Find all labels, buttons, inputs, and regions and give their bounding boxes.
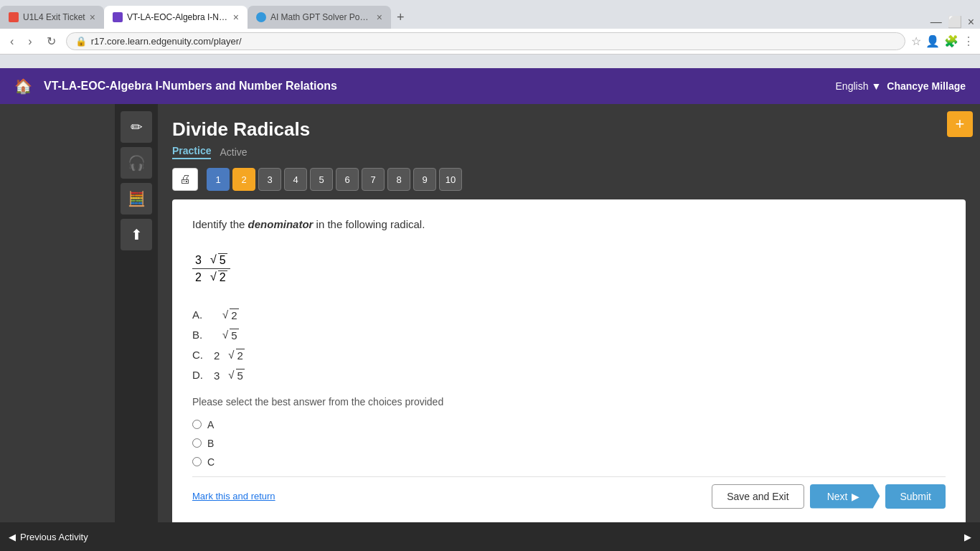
app-title: VT-LA-EOC-Algebra I-Numbers and Number R… <box>44 80 836 93</box>
sqrt-2-den: 2 <box>202 270 227 284</box>
question-6-button[interactable]: 6 <box>336 168 359 191</box>
minimize-button[interactable]: — <box>930 16 942 29</box>
browser-chrome: U1L4 Exit Ticket × VT-LA-EOC-Algebra I-N… <box>0 0 980 68</box>
page-header: Divide Radicals Practice Active <box>172 118 966 159</box>
next-button[interactable]: Next ▶ <box>810 484 880 509</box>
language-label: English <box>836 80 869 92</box>
prev-activity-label: Previous Activity <box>20 532 88 542</box>
radio-b[interactable] <box>192 438 202 448</box>
home-icon[interactable]: 🏠 <box>14 77 32 95</box>
radio-a[interactable] <box>192 420 202 429</box>
save-exit-button[interactable]: Save and Exit <box>712 484 804 509</box>
new-tab-button[interactable]: + <box>391 10 410 25</box>
tab-title: U1L4 Exit Ticket <box>23 12 85 22</box>
answer-option-c[interactable]: C <box>192 456 946 468</box>
audio-tool-button[interactable]: 🎧 <box>121 147 152 179</box>
choice-d-label: D. <box>192 369 214 381</box>
question-4-button[interactable]: 4 <box>284 168 307 191</box>
forward-button[interactable]: › <box>24 32 36 51</box>
select-instruction: Please select the best answer from the c… <box>192 396 946 408</box>
menu-icon[interactable]: ⋮ <box>963 34 974 48</box>
plus-button[interactable]: + <box>947 111 973 137</box>
sqrt-5-num: 5 <box>202 253 227 267</box>
next-arrow-icon-bottom: ▶ <box>964 532 971 542</box>
address-bar: ‹ › ↻ 🔒 r17.core.learn.edgenuity.com/pla… <box>0 29 980 55</box>
tab-icon-3 <box>256 12 266 22</box>
extension-icon[interactable]: 🧩 <box>944 34 958 48</box>
tab-icon <box>9 12 19 22</box>
sqrt-2-c: 2 <box>220 349 245 362</box>
content-panel: Divide Radicals Practice Active 🖨 1 2 3 … <box>158 104 980 522</box>
prev-activity-button[interactable]: ◀ Previous Activity <box>0 532 97 542</box>
print-button[interactable]: 🖨 <box>172 168 198 191</box>
tab-ai-math[interactable]: AI Math GPT Solver Powered b × <box>248 6 391 29</box>
answer-option-b[interactable]: B <box>192 438 946 449</box>
answer-option-a[interactable]: A <box>192 419 946 430</box>
pencil-tool-button[interactable]: ✏ <box>121 111 152 143</box>
fraction: 35 22 <box>192 253 230 284</box>
tab-title-2: VT-LA-EOC-Algebra I-Numbers <box>127 12 229 22</box>
chevron-down-icon: ▼ <box>871 80 881 92</box>
reload-button[interactable]: ↻ <box>42 32 60 51</box>
tab-vt-la-eoc[interactable]: VT-LA-EOC-Algebra I-Numbers × <box>104 6 248 29</box>
user-name[interactable]: Chancye Millage <box>887 80 966 92</box>
page-title: Divide Radicals <box>172 118 966 141</box>
next-activity-button[interactable]: ▶ <box>956 532 980 542</box>
app-bar: 🏠 VT-LA-EOC-Algebra I-Numbers and Number… <box>0 68 980 104</box>
profile-icon[interactable]: 👤 <box>925 34 940 48</box>
sidebar-tools: ✏ 🎧 🧮 ⬆ <box>115 104 158 522</box>
url-text: r17.core.learn.edgenuity.com/player/ <box>91 36 896 47</box>
choice-a-label: A. <box>192 309 214 321</box>
tab-close-1[interactable]: × <box>90 11 95 23</box>
tab-close-3[interactable]: × <box>377 11 382 23</box>
question-card: Identify the denominator in the followin… <box>172 199 966 522</box>
question-3-button[interactable]: 3 <box>258 168 281 191</box>
page-meta: Practice Active <box>172 145 966 159</box>
choice-b-value: 5 <box>214 329 239 342</box>
close-window-button[interactable]: × <box>968 16 974 29</box>
choice-c-value: 22 <box>214 349 245 362</box>
question-9-button[interactable]: 9 <box>413 168 436 191</box>
maximize-button[interactable]: ⬜ <box>948 15 962 29</box>
active-label: Active <box>220 146 247 158</box>
sqrt-5-d: 5 <box>220 369 245 382</box>
choice-b-label: B. <box>192 329 214 341</box>
radio-c[interactable] <box>192 457 202 466</box>
bookmark-icon[interactable]: ☆ <box>911 34 921 48</box>
tab-bar: U1L4 Exit Ticket × VT-LA-EOC-Algebra I-N… <box>0 0 980 29</box>
main-area: + ✏ 🎧 🧮 ⬆ Divide Radicals Practice Activ… <box>0 104 980 522</box>
choice-d-row: D. 35 <box>192 369 946 382</box>
bottom-nav: ◀ Previous Activity ▶ <box>0 522 980 551</box>
choices: A. 2 B. 5 C. 22 <box>192 309 946 382</box>
language-selector[interactable]: English ▼ <box>836 80 882 92</box>
question-10-button[interactable]: 10 <box>439 168 462 191</box>
calculator-tool-button[interactable]: 🧮 <box>121 183 152 215</box>
mark-return-link[interactable]: Mark this and return <box>192 491 275 501</box>
sqrt-5-b: 5 <box>214 329 239 342</box>
choice-d-value: 35 <box>214 369 245 382</box>
action-buttons: Save and Exit Next ▶ Submit <box>712 484 946 509</box>
app-bar-right: English ▼ Chancye Millage <box>836 80 966 92</box>
question-2-button[interactable]: 2 <box>232 168 255 191</box>
tab-title-3: AI Math GPT Solver Powered b <box>270 12 372 22</box>
next-arrow-icon: ▶ <box>852 491 859 502</box>
url-bar[interactable]: 🔒 r17.core.learn.edgenuity.com/player/ <box>66 32 905 50</box>
practice-tab[interactable]: Practice <box>172 145 211 159</box>
choice-b-row: B. 5 <box>192 329 946 342</box>
bold-term: denominator <box>248 218 314 230</box>
tab-close-2[interactable]: × <box>233 11 239 23</box>
question-7-button[interactable]: 7 <box>362 168 385 191</box>
question-1-button[interactable]: 1 <box>207 168 230 191</box>
choice-c-row: C. 22 <box>192 349 946 362</box>
submit-button[interactable]: Submit <box>885 484 946 509</box>
radio-a-label: A <box>207 419 214 430</box>
browser-icons: ☆ 👤 🧩 ⋮ <box>911 34 974 48</box>
sqrt-2-a: 2 <box>214 309 239 321</box>
lock-icon: 🔒 <box>75 36 87 47</box>
back-button[interactable]: ‹ <box>6 32 18 51</box>
question-8-button[interactable]: 8 <box>387 168 410 191</box>
next-label: Next <box>827 491 848 502</box>
scroll-tool-button[interactable]: ⬆ <box>121 219 152 250</box>
question-5-button[interactable]: 5 <box>310 168 333 191</box>
tab-u1l4[interactable]: U1L4 Exit Ticket × <box>0 6 104 29</box>
